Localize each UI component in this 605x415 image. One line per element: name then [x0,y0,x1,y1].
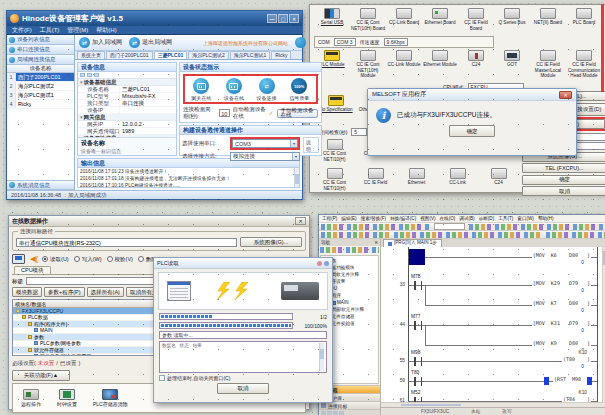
related-functions-button[interactable]: 关联功能(F)▲ [12,370,70,381]
menu-item[interactable]: 帮助(H) [538,216,554,221]
tab-haier1[interactable]: 海尔PLC测试1 [230,51,271,59]
close-icon[interactable]: ✕ [559,91,572,99]
sidebar-item-serial[interactable]: 串口连接信息 [7,45,74,55]
ladder-rung[interactable]: [MOV K6 D80 ] 0 [381,249,601,269]
menu-file[interactable]: 文件(F) [12,26,32,35]
tab-home[interactable]: 系统主页 [77,51,105,59]
property-group[interactable]: ▾设备基础信息 [78,79,176,86]
menu-item[interactable]: 工程(P) [322,216,337,221]
device-row[interactable]: 3 海尔PLC测试1 [7,91,74,100]
module-data-button[interactable]: 模块数据 [12,287,42,297]
radio-verify[interactable]: 校验(V) [107,256,133,263]
pc-if-qbus[interactable]: Q Series Bus [494,8,530,31]
radio-read[interactable]: 读取(U) [42,256,69,263]
menu-item[interactable]: 在线(O) [440,216,456,221]
tab-siemens[interactable]: 西门子200PLC01 [106,51,153,59]
device-row[interactable]: 1 西门子200PLC01 [7,73,74,82]
speed-value[interactable]: 9.6Kbps [384,38,408,46]
ok-button[interactable]: 确定 [522,175,605,185]
menu-item[interactable]: 转换/编译(C) [390,216,416,221]
plc-if-cclink[interactable]: CC-Link Module [386,50,422,79]
close-icon[interactable]: ✕ [374,240,378,245]
dialog-title-bar[interactable]: PLC读取 [154,258,332,269]
toolbar-dropdown[interactable] [434,223,465,230]
dialog-title-bar[interactable]: MELSOFT 应用程序 ✕ [368,89,576,101]
pc-if-ccie-cont[interactable]: CC IE Cont NET(10H) Board [350,8,386,31]
tab-ricky[interactable]: Ricky [271,51,291,59]
check-icon[interactable]: ✓ [269,110,274,116]
route-cclink[interactable]: CC-Link [437,168,478,191]
plc-if-ccie-head[interactable]: CC IE Field Communication Head Module [566,50,602,79]
device-row[interactable]: 2 海尔PLC测试2 [7,82,74,91]
route-c24[interactable]: C24 [478,168,519,191]
route-ccie-field[interactable]: CC IE Field [355,168,396,191]
menu-item[interactable]: 搜索/替换(F) [361,216,387,221]
menu-item[interactable]: 调试(B) [459,216,474,221]
manual-check-button[interactable]: 手动检测设备在线 [277,109,318,118]
property-row[interactable]: 接口类型串口连接 [78,100,176,107]
property-row[interactable]: PLC型号Mitsubishi-FX [78,93,176,100]
pc-if-plc-board[interactable]: PLC Board [566,8,602,31]
tel-button[interactable]: TEL (FXCPU)... [522,163,605,173]
ladder-horizontal-scrollbar[interactable] [381,402,605,407]
nav-toolbar[interactable] [320,247,379,253]
plc-if-ccie-master[interactable]: CC IE Field Master/Local Module [530,50,566,79]
output-scrollbar[interactable] [294,168,299,187]
menu-item[interactable]: 视图(V) [420,216,435,221]
minimize-icon[interactable]: — [267,14,277,23]
cancel-button[interactable]: 取消 [217,383,269,394]
param-program-button[interactable]: 参数+程序(P) [44,287,85,297]
property-row[interactable]: 设备名称三菱PLC01 [78,86,176,93]
menu-manage[interactable]: 管理(M) [67,26,88,35]
plc-memory-item[interactable]: PLC存储器清除 [93,389,128,407]
title-bar[interactable]: Hinode设备管理客户端 v1.5 — ▢ ✕ [7,11,302,26]
plc-if-ccie-cont[interactable]: CC IE Cont NET(10H) Module [350,50,386,79]
plc-if-c24[interactable]: C24 [458,50,494,79]
property-row[interactable]: 网关IP12.0.0.2 [78,121,176,128]
menu-tools[interactable]: 工具(T) [40,26,60,35]
join-lan-button[interactable]: ⇄ 加入局域网 [79,37,122,48]
tab-mitsubishi[interactable]: 三菱PLC01 [154,51,188,59]
cycle-input[interactable]: 10 [219,109,230,117]
property-grid-toolbar[interactable] [78,72,176,79]
close-icon[interactable]: ✕ [295,217,306,225]
select-all-button[interactable]: 选择所有(A) [87,287,124,297]
ok-button[interactable]: 确定 [449,125,495,137]
remote-operation-item[interactable]: 远程操作 [21,389,41,407]
pc-if-serial-usb[interactable]: Serial USB [314,8,350,31]
time-check-value[interactable]: 5 [351,128,367,136]
pc-if-ethernet[interactable]: Ethernet Board [422,8,458,31]
ladder-rung[interactable]: 33 M78 [MOV K29 D79 ] 0 [381,277,601,297]
cancel-button[interactable]: 取消 [522,186,605,196]
list-scrollbar[interactable] [319,343,324,371]
device-row[interactable]: 4 Ricky [7,100,74,109]
menu-item[interactable]: 编辑(E) [341,216,356,221]
editor-tab-main[interactable]: [PRG]写入 MAIN 1步 [383,239,442,247]
pc-if-cclink[interactable]: CC-Link Board [386,8,422,31]
dialog-title-bar[interactable]: 在线数据操作 ✕ [9,216,309,227]
menu-item[interactable]: 工具(T) [498,216,513,221]
sidebar-item-system-message[interactable]: 系统消息信息 [7,180,74,190]
port-select[interactable]: COM3▾ [232,139,298,148]
col-module-name[interactable]: 模块名/数据名 [13,300,173,307]
menu-item[interactable]: 窗口(W) [517,216,534,221]
toolbar-row-1[interactable] [319,223,605,231]
plc-if-ethernet[interactable]: Ethernet Module [422,50,458,79]
menu-help[interactable]: 帮助(H) [96,26,116,35]
ladder-editor[interactable]: [MOV K6 D80 ] 0 33 M78 [MOV K29 D79 ] 0 … [381,247,605,402]
sidebar-item-lan[interactable]: 局域网连接信息 [7,55,74,65]
sidebar-item-device-list[interactable]: 设备列表信息 [7,35,74,45]
plc-if-got[interactable]: GOT [494,50,530,79]
route-ethernet[interactable]: Ethernet [396,168,437,191]
autoclose-checkbox[interactable] [159,375,165,381]
ladder-rung[interactable]: 44 M77 [MOV K31 D79 ] 0 [381,317,601,337]
nav-mini-toolbar[interactable] [319,409,380,415]
radio-write[interactable]: 写入(W) [74,256,102,263]
tab-cpu-module[interactable]: CPU模块 [14,266,51,275]
exit-lan-button[interactable]: ⇄ 退出局域网 [129,37,172,48]
route-ccie-cont[interactable]: CC IE Cont NET/10(H) [314,168,355,191]
company-link[interactable]: 上海晖诺德智能系统科技有限公司网站 [203,40,288,46]
clock-setting-item[interactable]: 时钟设置 [57,389,77,407]
ladder-rung[interactable]: 61 M52 K10 (T84 ) 0 [381,393,601,402]
close-icon[interactable]: ✕ [289,14,299,23]
